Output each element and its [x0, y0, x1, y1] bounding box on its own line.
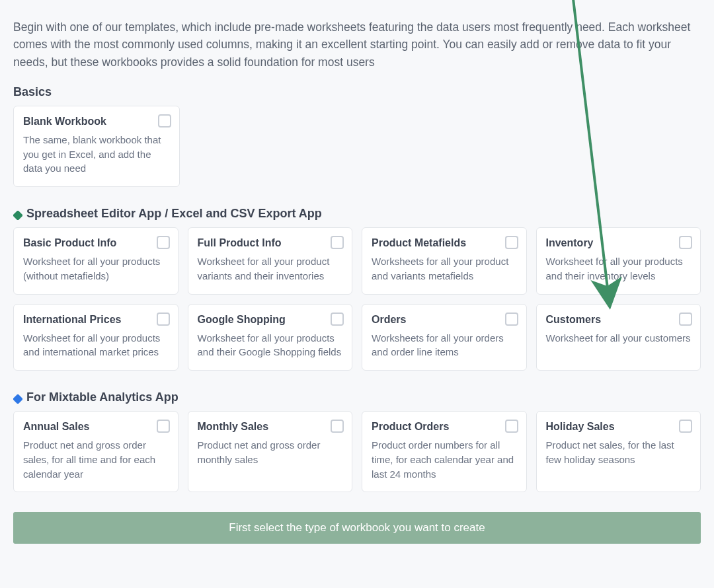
card-desc: Product order numbers for all time, for … — [372, 438, 517, 481]
card-desc: Worksheet for all your products and thei… — [198, 331, 343, 360]
card-title: Annual Sales — [23, 421, 169, 433]
checkbox-icon[interactable] — [331, 420, 344, 433]
card-desc: The same, blank workbook that you get in… — [23, 133, 170, 176]
heading-editor-label: Spreadsheet Editor App / Excel and CSV E… — [26, 207, 322, 221]
checkbox-icon[interactable] — [505, 420, 518, 433]
card-inventory[interactable]: Inventory Worksheet for all your product… — [536, 227, 701, 295]
card-title: Monthly Sales — [198, 421, 343, 433]
card-basic-product-info[interactable]: Basic Product Info Worksheet for all you… — [13, 227, 178, 295]
card-desc: Worksheet for all your products and thei… — [546, 254, 692, 283]
card-holiday-sales[interactable]: Holiday Sales Product net sales, for the… — [536, 411, 701, 492]
heading-basics-label: Basics — [13, 85, 52, 99]
card-desc: Product net and gross order monthly sale… — [198, 438, 343, 467]
card-desc: Worksheet for all your customers — [546, 331, 692, 346]
card-desc: Product net sales, for the last few holi… — [546, 438, 692, 467]
checkbox-icon[interactable] — [157, 236, 170, 249]
card-title: International Prices — [23, 314, 169, 326]
card-product-metafields[interactable]: Product Metafields Worksheets for all yo… — [362, 227, 527, 295]
footer-instruction: First select the type of workbook you wa… — [13, 512, 701, 544]
section-analytics: For Mixtable Analytics App Annual Sales … — [13, 390, 701, 492]
card-customers[interactable]: Customers Worksheet for all your custome… — [536, 304, 701, 371]
checkbox-icon[interactable] — [679, 312, 692, 326]
card-title: Google Shopping — [198, 314, 343, 326]
card-google-shopping[interactable]: Google Shopping Worksheet for all your p… — [188, 304, 353, 371]
card-product-orders[interactable]: Product Orders Product order numbers for… — [362, 411, 527, 492]
card-title: Holiday Sales — [546, 421, 692, 433]
heading-editor: Spreadsheet Editor App / Excel and CSV E… — [13, 207, 701, 221]
card-title: Product Metafields — [372, 237, 517, 249]
card-title: Product Orders — [372, 421, 517, 433]
heading-analytics: For Mixtable Analytics App — [13, 390, 701, 404]
checkbox-icon[interactable] — [679, 420, 692, 433]
checkbox-icon[interactable] — [505, 312, 518, 326]
card-blank-workbook[interactable]: Blank Workbook The same, blank workbook … — [13, 106, 180, 187]
checkbox-icon[interactable] — [505, 236, 518, 249]
card-title: Blank Workbook — [23, 116, 170, 128]
card-title: Full Product Info — [198, 237, 343, 249]
diamond-icon — [13, 209, 22, 219]
card-international-prices[interactable]: International Prices Worksheet for all y… — [13, 304, 178, 371]
heading-basics: Basics — [13, 85, 701, 99]
card-desc: Worksheet for all your product variants … — [198, 254, 343, 283]
card-title: Basic Product Info — [23, 237, 169, 249]
card-monthly-sales[interactable]: Monthly Sales Product net and gross orde… — [188, 411, 353, 492]
section-basics: Basics Blank Workbook The same, blank wo… — [13, 85, 701, 187]
card-desc: Product net and gross order sales, for a… — [23, 438, 169, 481]
checkbox-icon[interactable] — [679, 236, 692, 249]
card-desc: Worksheets for all your orders and order… — [372, 331, 517, 360]
checkbox-icon[interactable] — [157, 312, 170, 326]
card-title: Customers — [546, 314, 692, 326]
card-annual-sales[interactable]: Annual Sales Product net and gross order… — [13, 411, 178, 492]
card-desc: Worksheet for all your products and inte… — [23, 331, 169, 360]
checkbox-icon[interactable] — [157, 420, 170, 433]
section-editor: Spreadsheet Editor App / Excel and CSV E… — [13, 207, 701, 371]
card-title: Inventory — [546, 237, 692, 249]
card-title: Orders — [372, 314, 517, 326]
checkbox-icon[interactable] — [158, 114, 171, 128]
checkbox-icon[interactable] — [331, 312, 344, 326]
card-full-product-info[interactable]: Full Product Info Worksheet for all your… — [188, 227, 353, 295]
checkbox-icon[interactable] — [331, 236, 344, 249]
card-desc: Worksheet for all your products (without… — [23, 254, 169, 283]
heading-analytics-label: For Mixtable Analytics App — [26, 390, 178, 404]
diamond-icon — [13, 393, 22, 402]
card-desc: Worksheets for all your product and vari… — [372, 254, 517, 283]
intro-text: Begin with one of our templates, which i… — [13, 18, 701, 71]
card-orders[interactable]: Orders Worksheets for all your orders an… — [362, 304, 527, 371]
